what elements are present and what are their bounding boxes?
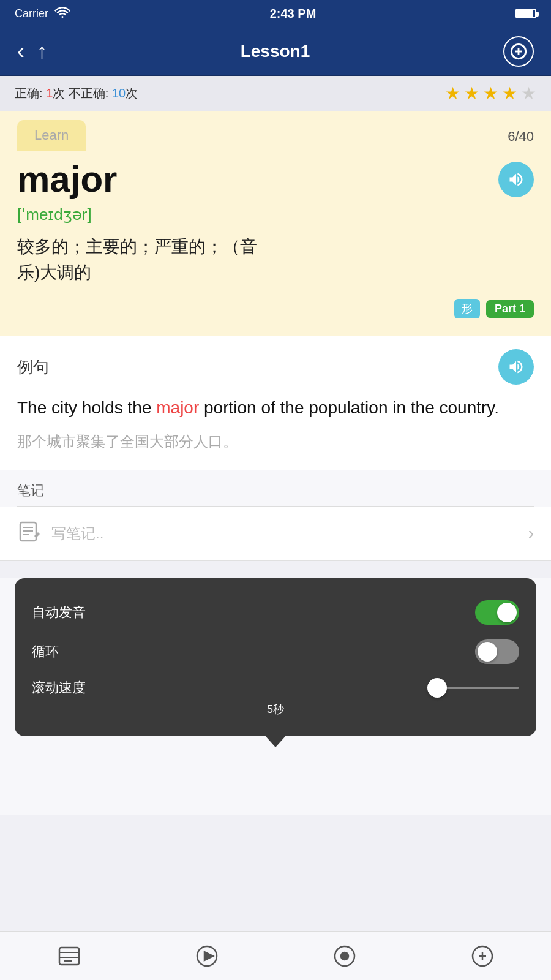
card-tab[interactable]: Learn	[17, 120, 86, 151]
star-2: ★	[464, 83, 479, 104]
stats-text: 正确: 1次 不正确: 10次	[15, 85, 138, 102]
wrong-unit: 次	[126, 86, 138, 100]
word-main: major	[17, 158, 117, 200]
example-highlight: major	[156, 398, 199, 417]
card-progress: 6/40	[508, 120, 534, 151]
section-title: 例句	[17, 356, 49, 378]
toolbar-list-button[interactable]	[52, 939, 86, 973]
phonetic: [ˈmeɪdʒər]	[17, 205, 534, 224]
example-section: 例句 The city holds the major portion of t…	[0, 336, 551, 470]
correct-label: 正确:	[15, 86, 46, 100]
auto-sound-toggle[interactable]	[475, 600, 519, 625]
notes-icon	[17, 520, 42, 547]
loop-thumb	[478, 642, 497, 662]
notes-placeholder: 写笔记..	[51, 524, 103, 543]
section-header: 例句	[17, 349, 534, 385]
notes-chevron-icon: ›	[528, 524, 534, 543]
toolbar-play-button[interactable]	[190, 939, 224, 973]
notes-section: 笔记 写笔记.. ›	[0, 470, 551, 561]
example-after: portion of the population in the country…	[199, 398, 499, 417]
svg-point-14	[341, 952, 348, 960]
carrier-label: Carrier	[15, 7, 48, 20]
svg-marker-12	[204, 952, 213, 960]
star-3: ★	[483, 83, 498, 104]
status-bar: Carrier 2:43 PM	[0, 0, 551, 27]
stats-bar: 正确: 1次 不正确: 10次 ★ ★ ★ ★ ★	[0, 76, 551, 111]
add-button[interactable]	[503, 36, 534, 67]
notes-input-row[interactable]: 写笔记.. ›	[0, 507, 551, 561]
nav-title: Lesson1	[241, 42, 310, 61]
example-translation: 那个城市聚集了全国大部分人口。	[17, 431, 534, 453]
speed-value: 5秒	[32, 702, 519, 717]
word-row: major	[17, 158, 534, 200]
wrong-label: 不正确:	[65, 86, 112, 100]
card-tab-row: Learn 6/40	[17, 111, 534, 151]
definition: 较多的；主要的；严重的；（音乐)大调的	[17, 234, 534, 285]
time-label: 2:43 PM	[270, 7, 317, 21]
example-sound-button[interactable]	[498, 349, 534, 385]
card-badges: 形 Part 1	[17, 299, 534, 318]
word-sound-button[interactable]	[498, 162, 534, 197]
up-button[interactable]: ↑	[37, 39, 47, 63]
nav-left: ‹ ↑	[17, 39, 47, 64]
bottom-toolbar	[0, 931, 551, 980]
speed-label: 滚动速度	[32, 679, 86, 697]
loop-label: 循环	[32, 643, 59, 661]
correct-value: 1	[46, 86, 53, 100]
stars: ★ ★ ★ ★ ★	[445, 83, 536, 104]
example-before: The city holds the	[17, 398, 156, 417]
toolbar-record-button[interactable]	[328, 939, 362, 973]
status-left: Carrier	[15, 6, 70, 21]
auto-sound-label: 自动发音	[32, 603, 86, 622]
badge-xing: 形	[454, 299, 480, 318]
star-5: ★	[521, 83, 536, 104]
speed-slider-track[interactable]	[427, 687, 519, 689]
badge-part: Part 1	[486, 300, 534, 318]
notes-input-left: 写笔记..	[17, 520, 103, 547]
wifi-icon	[54, 6, 70, 21]
battery-icon	[515, 9, 536, 18]
nav-bar: ‹ ↑ Lesson1	[0, 27, 551, 76]
back-button[interactable]: ‹	[17, 39, 24, 64]
speed-row: 滚动速度 5秒	[32, 671, 519, 724]
star-4: ★	[502, 83, 517, 104]
auto-sound-row: 自动发音	[32, 593, 519, 632]
wrong-value: 10	[112, 86, 126, 100]
notes-label: 笔记	[17, 481, 534, 507]
word-card: Learn 6/40 major [ˈmeɪdʒər] 较多的；主要的；严重的；…	[0, 111, 551, 336]
speed-slider-row	[427, 687, 519, 689]
star-1: ★	[445, 83, 460, 104]
speed-slider-thumb[interactable]	[427, 678, 447, 698]
example-sentence: The city holds the major portion of the …	[17, 394, 534, 422]
loop-toggle[interactable]	[475, 639, 519, 664]
auto-sound-thumb	[497, 603, 517, 622]
svg-rect-7	[59, 948, 79, 965]
loop-row: 循环	[32, 632, 519, 671]
settings-panel: 自动发音 循环 滚动速度 5秒	[15, 578, 536, 736]
toolbar-extra-button[interactable]	[465, 939, 500, 973]
correct-unit: 次	[53, 86, 65, 100]
